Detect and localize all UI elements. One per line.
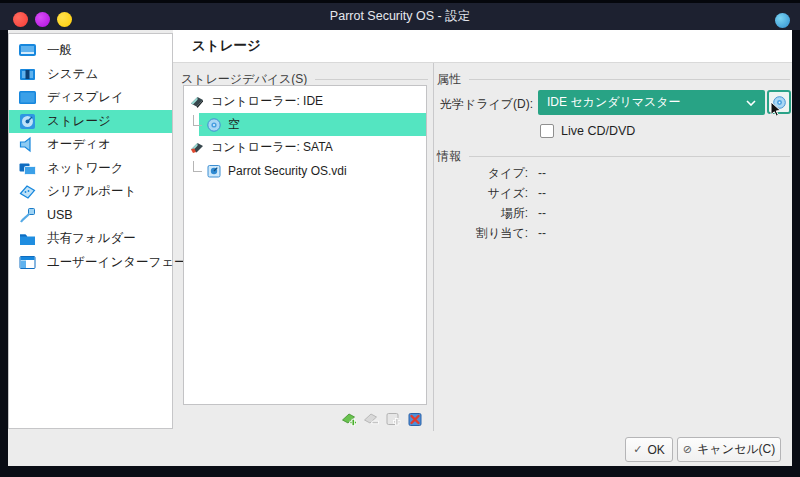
network-icon xyxy=(18,159,37,178)
usb-icon xyxy=(18,206,37,225)
info-row-type: タイプ: -- xyxy=(437,163,790,183)
add-attachment-icon[interactable] xyxy=(385,411,401,427)
window-menu-button[interactable] xyxy=(775,13,790,28)
tree-row-empty-disc[interactable]: 空 xyxy=(184,113,426,136)
storage-icon xyxy=(18,112,37,131)
storage-tree-toolbar xyxy=(341,411,423,427)
choose-disc-button[interactable] xyxy=(767,90,791,114)
section-rule xyxy=(469,156,790,157)
info-row-attached: 割り当て: -- xyxy=(437,223,790,243)
tree-row-label: コントローラー: SATA xyxy=(211,139,333,156)
info-row-label: サイズ: xyxy=(437,185,528,202)
sidebar-item-label: ストレージ xyxy=(47,113,111,130)
tree-branch-line xyxy=(193,161,202,172)
hard-disk-icon xyxy=(206,163,222,179)
tree-row-parrot-vdi[interactable]: Parrot Security OS.vdi xyxy=(184,159,426,182)
info-row-location: 場所: -- xyxy=(437,203,790,223)
info-row-value: -- xyxy=(538,166,546,180)
sidebar-item-label: 一般 xyxy=(47,42,72,59)
live-cd-row: Live CD/DVD xyxy=(540,124,635,138)
audio-icon xyxy=(18,135,37,154)
optical-drive-label: 光学ドライブ(D): xyxy=(437,96,533,113)
live-cd-label: Live CD/DVD xyxy=(561,124,635,138)
sidebar-item-user-interface[interactable]: ユーザーインターフェース xyxy=(9,251,172,275)
shared-folders-icon xyxy=(18,229,37,248)
disc-button-icon xyxy=(772,95,787,110)
tree-row-controller-sata[interactable]: コントローラー: SATA xyxy=(184,136,426,159)
serial-port-icon xyxy=(18,182,37,201)
tree-branch-line xyxy=(193,115,202,126)
panel-divider xyxy=(433,63,434,431)
remove-attachment-icon[interactable] xyxy=(407,411,423,427)
remove-controller-icon[interactable] xyxy=(363,411,379,427)
system-icon xyxy=(18,65,37,84)
info-row-label: 場所: xyxy=(437,205,528,222)
sidebar-item-storage[interactable]: ストレージ xyxy=(9,110,172,134)
sidebar-item-usb[interactable]: USB xyxy=(9,204,172,228)
ok-button[interactable]: ✓ OK xyxy=(625,437,673,462)
cancel-button[interactable]: ⊘ キャンセル(C) xyxy=(677,437,781,462)
storage-devices-tree: コントローラー: IDE 空 コントローラー: SATA Parrot Secu… xyxy=(183,85,427,405)
sidebar-item-label: シリアルポート xyxy=(47,183,136,200)
cancel-button-label: キャンセル(C) xyxy=(697,441,775,458)
info-row-value: -- xyxy=(538,206,546,220)
sidebar-item-audio[interactable]: オーディオ xyxy=(9,133,172,157)
sidebar-item-system[interactable]: システム xyxy=(9,63,172,87)
info-row-label: 割り当て: xyxy=(437,225,528,242)
window-title: Parrot Security OS - 設定 xyxy=(0,3,800,30)
check-icon: ✓ xyxy=(633,443,642,456)
info-rows: タイプ: -- サイズ: -- 場所: -- 割り当て: -- xyxy=(437,163,790,243)
attributes-section-header: 属性 xyxy=(437,71,790,88)
chevron-down-icon xyxy=(746,100,756,106)
info-row-value: -- xyxy=(538,186,546,200)
sidebar-item-shared-folders[interactable]: 共有フォルダー xyxy=(9,227,172,251)
optical-disc-icon xyxy=(206,117,222,133)
tree-row-label: 空 xyxy=(228,116,240,133)
sidebar-item-display[interactable]: ディスプレイ xyxy=(9,86,172,110)
user-interface-icon xyxy=(18,253,37,272)
title-bar: Parrot Security OS - 設定 xyxy=(0,0,800,30)
sidebar-item-label: 共有フォルダー xyxy=(47,230,136,247)
sidebar-item-label: USB xyxy=(47,208,73,222)
sidebar-item-label: オーディオ xyxy=(47,136,111,153)
tree-row-label: Parrot Security OS.vdi xyxy=(228,164,347,178)
ok-button-label: OK xyxy=(647,443,664,457)
sidebar-item-general[interactable]: 一般 xyxy=(9,39,172,63)
ide-controller-icon xyxy=(189,94,205,110)
sidebar-item-network[interactable]: ネットワーク xyxy=(9,157,172,181)
sidebar-item-label: システム xyxy=(47,66,98,83)
attributes-label: 属性 xyxy=(437,71,461,88)
page-title: ストレージ xyxy=(192,37,261,55)
optical-drive-select[interactable]: IDE セカンダリマスター xyxy=(538,90,765,115)
cancel-icon: ⊘ xyxy=(683,443,692,456)
tree-row-label: コントローラー: IDE xyxy=(211,93,323,110)
section-rule xyxy=(469,79,790,80)
optical-drive-value: IDE セカンダリマスター xyxy=(547,94,746,111)
sidebar-item-label: ディスプレイ xyxy=(47,89,124,106)
sidebar-item-serial-ports[interactable]: シリアルポート xyxy=(9,180,172,204)
sata-controller-icon xyxy=(189,140,205,156)
display-icon xyxy=(18,88,37,107)
info-row-size: サイズ: -- xyxy=(437,183,790,203)
sidebar-item-label: ネットワーク xyxy=(47,160,123,177)
page-header: ストレージ xyxy=(173,30,792,63)
sidebar-item-label: ユーザーインターフェース xyxy=(47,254,199,271)
info-row-label: タイプ: xyxy=(437,165,528,182)
add-controller-icon[interactable] xyxy=(341,411,357,427)
group-rule xyxy=(315,79,428,80)
live-cd-checkbox[interactable] xyxy=(540,124,554,138)
settings-category-list: 一般 システム ディスプレイ ストレージ オーディオ ネットワーク シリアルポー… xyxy=(8,33,173,429)
info-row-value: -- xyxy=(538,226,546,240)
tree-row-controller-ide[interactable]: コントローラー: IDE xyxy=(184,90,426,113)
general-icon xyxy=(18,41,37,60)
